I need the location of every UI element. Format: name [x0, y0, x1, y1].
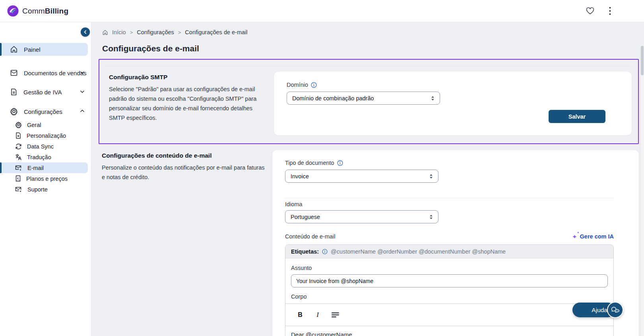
- subject-input[interactable]: [291, 274, 608, 287]
- divider: [106, 66, 632, 66]
- sidebar-item-label: E-mail: [27, 165, 44, 171]
- save-button[interactable]: Salvar: [549, 110, 605, 123]
- active-indicator: [0, 162, 2, 173]
- document-type-label: Tipo de documento: [285, 160, 334, 166]
- brand-logo-icon: [7, 5, 19, 17]
- gear-icon: [15, 121, 22, 128]
- kebab-menu-icon[interactable]: [605, 6, 615, 16]
- select-arrows-icon: [429, 174, 433, 179]
- sidebar-item-label: Configurações: [24, 108, 62, 115]
- chevron-down-icon: [80, 89, 85, 94]
- sidebar-item-documentos-de-vendas[interactable]: Documentos de vendas: [0, 66, 88, 79]
- breadcrumb: Início > Configurações > Configurações d…: [91, 22, 644, 35]
- scrollbar-thumb[interactable]: [641, 46, 644, 75]
- subject-label: Assunto: [291, 265, 312, 271]
- smtp-section-title: Configuração SMTP: [109, 74, 267, 81]
- file-gear-icon: [15, 132, 21, 139]
- sidebar-subnav-configuracoes: Geral Personalização: [0, 119, 91, 195]
- generate-with-ai-button[interactable]: ✦✦ Gere com IA: [572, 233, 614, 240]
- tags-bar: Etiquetas: @customerName @orderNumber @d…: [285, 245, 613, 258]
- italic-button[interactable]: I: [314, 311, 322, 319]
- breadcrumb-separator: >: [178, 29, 181, 35]
- home-icon: [10, 45, 18, 53]
- email-body-text[interactable]: Dear @customerName,: [285, 326, 613, 336]
- sidebar-item-email[interactable]: E-mail: [0, 162, 88, 173]
- smtp-section-description: Selecione "Padrão" para usar as configur…: [109, 85, 267, 123]
- align-left-icon[interactable]: [331, 311, 339, 319]
- divider: [285, 198, 614, 198]
- language-select[interactable]: Portuguese: [285, 210, 438, 223]
- page-title: Configurações de e-mail: [102, 44, 644, 53]
- help-label: Ajuda: [592, 307, 607, 314]
- info-icon[interactable]: [311, 82, 317, 88]
- brand-name: CommBilling: [22, 7, 68, 16]
- document-type-select-value: Invoice: [291, 173, 309, 180]
- translate-icon: [15, 154, 22, 160]
- sidebar-item-label: Documentos de vendas: [24, 70, 87, 76]
- breadcrumb-current: Configurações de e-mail: [185, 29, 247, 35]
- sidebar-item-label: Painel: [24, 46, 41, 53]
- language-select-value: Portuguese: [291, 214, 320, 220]
- email-editor: Etiquetas: @customerName @orderNumber @d…: [285, 244, 614, 336]
- brand-logo[interactable]: CommBilling: [0, 5, 68, 17]
- sidebar: Painel Documentos de vendas Gestão: [0, 22, 91, 336]
- sales-documents-icon: [10, 69, 18, 77]
- sidebar-item-label: Suporte: [27, 186, 48, 193]
- domain-label: Domínio: [287, 82, 308, 88]
- sidebar-item-label: Planos e preços: [26, 176, 68, 182]
- document-type-select[interactable]: Invoice: [285, 170, 438, 183]
- select-arrows-icon: [431, 96, 435, 101]
- sidebar-item-label: Personalização: [27, 133, 66, 139]
- select-arrows-icon: [429, 214, 433, 220]
- sidebar-item-painel[interactable]: Painel: [0, 43, 88, 56]
- breadcrumb-configuracoes[interactable]: Configurações: [137, 29, 174, 35]
- receipt-euro-icon: €: [15, 175, 21, 182]
- smtp-highlight-box: Configuração SMTP Selecione "Padrão" par…: [99, 59, 639, 144]
- vat-document-icon: [10, 88, 17, 96]
- tags-label: Etiquetas:: [291, 248, 319, 255]
- breadcrumb-inicio[interactable]: Início: [112, 29, 126, 35]
- info-icon[interactable]: [337, 160, 343, 166]
- sidebar-item-geral[interactable]: Geral: [0, 119, 88, 130]
- sidebar-item-label: Gestão de IVA: [23, 89, 62, 96]
- body-label: Corpo: [291, 293, 608, 300]
- tags-values: @customerName @orderNumber @documentNumb…: [331, 248, 506, 255]
- email-content-label: Conteúdo de e-mail: [285, 233, 336, 240]
- sidebar-item-gestao-de-iva[interactable]: Gestão de IVA: [0, 86, 88, 98]
- sync-icon: [15, 143, 22, 150]
- sidebar-item-configuracoes[interactable]: Configurações: [0, 105, 88, 118]
- sidebar-item-personalizacao[interactable]: Personalização: [0, 130, 88, 141]
- sparkles-icon: ✦✦: [572, 234, 577, 240]
- vertical-scrollbar[interactable]: [640, 45, 644, 336]
- sidebar-item-planos-e-precos[interactable]: € Planos e preços: [0, 173, 88, 184]
- bold-button[interactable]: B: [296, 311, 304, 319]
- gear-icon: [10, 107, 18, 115]
- top-bar: CommBilling: [0, 0, 644, 22]
- sidebar-item-label: Data Sync: [27, 143, 54, 150]
- sidebar-item-traducao[interactable]: Tradução: [0, 152, 88, 162]
- info-icon[interactable]: [322, 249, 328, 254]
- generate-with-ai-label: Gere com IA: [580, 233, 614, 240]
- smtp-card: Domínio Domínio de combinação padrão: [274, 72, 632, 135]
- breadcrumb-separator: >: [130, 29, 133, 35]
- mail-gear-icon: [15, 165, 22, 171]
- heart-icon[interactable]: [585, 6, 595, 16]
- main-content: Início > Configurações > Configurações d…: [91, 22, 644, 336]
- sidebar-collapse-button[interactable]: [81, 27, 90, 37]
- sidebar-item-suporte[interactable]: Suporte: [0, 184, 88, 195]
- sidebar-item-data-sync[interactable]: Data Sync: [0, 141, 88, 152]
- domain-select-value: Domínio de combinação padrão: [292, 95, 374, 102]
- chat-bubbles-icon[interactable]: [607, 302, 623, 318]
- home-icon: [102, 29, 108, 35]
- content-section-description: Personalize o conteúdo das notificações …: [102, 163, 265, 182]
- domain-select[interactable]: Domínio de combinação padrão: [287, 92, 440, 105]
- mail-gear-icon: [15, 186, 22, 193]
- language-label: Idioma: [285, 201, 303, 207]
- sidebar-item-label: Tradução: [27, 154, 51, 160]
- sidebar-nav: Painel Documentos de vendas Gestão: [0, 43, 91, 195]
- content-section-title: Configurações de conteúdo de e-mail: [102, 152, 265, 159]
- chevron-down-icon: [80, 70, 85, 75]
- email-content-section: Configurações de conteúdo de e-mail Pers…: [99, 150, 639, 336]
- editor-toolbar: B I: [285, 303, 613, 326]
- sidebar-item-label: Geral: [27, 122, 41, 128]
